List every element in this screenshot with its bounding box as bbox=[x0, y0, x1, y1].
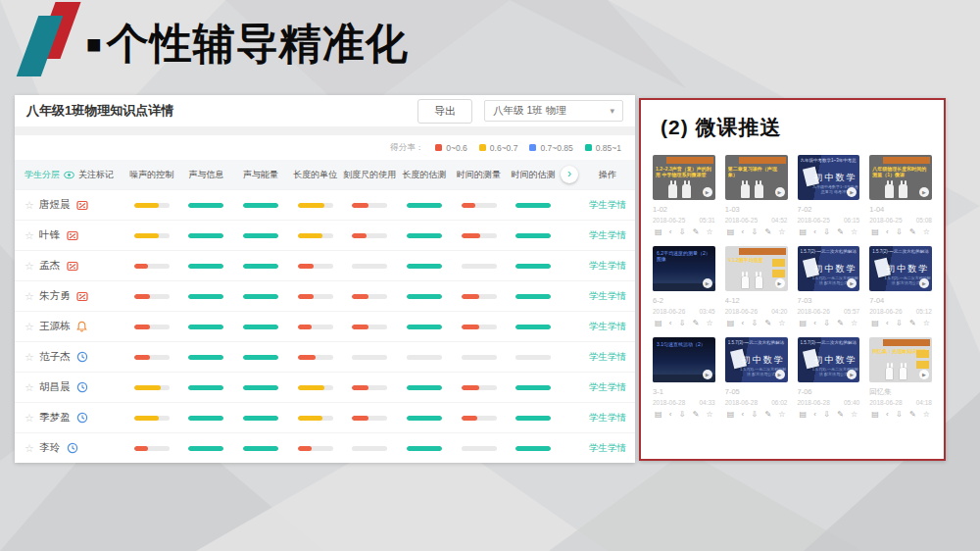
video-thumbnail[interactable]: 1.5.7(2)-一元二次方程的解法 配方法与公式法初中数学1.5.7(2)-一… bbox=[798, 246, 860, 291]
video-action-share-icon[interactable]: ‹ bbox=[742, 319, 745, 327]
video-action-favorite-icon[interactable]: ☆ bbox=[778, 319, 785, 327]
student-detail-link[interactable]: 学生学情 bbox=[580, 260, 635, 273]
video-card[interactable]: 1.5.7(3)-一元二次方程的解法 配方法与公式法初中数学1.5.7(3)-一… bbox=[725, 337, 788, 421]
video-action-download-icon[interactable]: ⇩ bbox=[823, 319, 830, 327]
video-action-favorite-icon[interactable]: ☆ bbox=[923, 227, 930, 236]
video-action-favorite-icon[interactable]: ☆ bbox=[707, 410, 713, 419]
video-card[interactable]: 6.2平均速度的测量（2）图像▶6-22018-06-2603:45▤‹⇩✎☆ bbox=[653, 246, 715, 329]
video-action-edit-icon[interactable]: ✎ bbox=[693, 227, 700, 236]
video-thumbnail[interactable]: 1.5.7(3)-一元二次方程的解法 配方法与公式法初中数学1.5.7(3)-一… bbox=[798, 337, 860, 382]
video-action-share-icon[interactable]: ‹ bbox=[742, 227, 745, 236]
video-card[interactable]: 3.1匀速直线运动（2）▶3-12018-06-2804:33▤‹⇩✎☆ bbox=[653, 337, 715, 421]
video-action-favorite-icon[interactable]: ☆ bbox=[851, 227, 858, 236]
video-action-edit-icon[interactable]: ✎ bbox=[837, 319, 844, 327]
video-action-menu-icon[interactable]: ▤ bbox=[655, 227, 662, 236]
video-action-edit-icon[interactable]: ✎ bbox=[837, 410, 844, 419]
video-action-menu-icon[interactable]: ▤ bbox=[800, 227, 808, 236]
video-action-download-icon[interactable]: ⇩ bbox=[679, 227, 686, 236]
star-icon[interactable]: ☆ bbox=[24, 229, 34, 242]
student-detail-link[interactable]: 学生学情 bbox=[580, 229, 635, 242]
video-action-edit-icon[interactable]: ✎ bbox=[909, 410, 916, 419]
video-action-share-icon[interactable]: ‹ bbox=[742, 410, 745, 419]
video-action-share-icon[interactable]: ‹ bbox=[813, 227, 816, 236]
video-thumbnail[interactable]: 第二章复习课件（声现象）▶ bbox=[725, 155, 788, 200]
video-action-favorite-icon[interactable]: ☆ bbox=[923, 319, 930, 327]
video-card[interactable]: 回忆集：光现象知识训练▶回忆集2018-06-2804:18▤‹⇩✎☆ bbox=[869, 337, 932, 421]
video-action-download-icon[interactable]: ⇩ bbox=[896, 410, 903, 419]
video-action-edit-icon[interactable]: ✎ bbox=[837, 227, 844, 236]
video-action-menu-icon[interactable]: ▤ bbox=[655, 319, 662, 327]
video-card[interactable]: 1.5.7(3)-一元二次方程的解法 配方法与公式法初中数学1.5.7(3)-一… bbox=[798, 337, 860, 421]
video-action-menu-icon[interactable]: ▤ bbox=[871, 227, 879, 236]
video-action-download-icon[interactable]: ⇩ bbox=[896, 227, 903, 236]
video-action-download-icon[interactable]: ⇩ bbox=[823, 410, 830, 419]
student-detail-link[interactable]: 学生学情 bbox=[580, 199, 635, 212]
video-action-edit-icon[interactable]: ✎ bbox=[764, 410, 771, 419]
video-thumbnail[interactable]: 1.5.7(2)-一元二次方程的解法 配方法与公式法初中数学1.5.7(2)-一… bbox=[869, 246, 932, 291]
next-columns-button[interactable]: › bbox=[561, 166, 578, 183]
video-action-share-icon[interactable]: ‹ bbox=[669, 410, 672, 419]
video-action-edit-icon[interactable]: ✎ bbox=[764, 319, 771, 327]
video-action-menu-icon[interactable]: ▤ bbox=[727, 319, 735, 327]
video-action-share-icon[interactable]: ‹ bbox=[669, 227, 672, 236]
video-action-favorite-icon[interactable]: ☆ bbox=[851, 410, 858, 419]
video-action-favorite-icon[interactable]: ☆ bbox=[778, 410, 785, 419]
video-action-download-icon[interactable]: ⇩ bbox=[751, 410, 758, 419]
class-filter-dropdown[interactable]: 八年级 1班 物理 ▾ bbox=[484, 100, 623, 122]
video-action-menu-icon[interactable]: ▤ bbox=[871, 319, 879, 327]
video-action-share-icon[interactable]: ‹ bbox=[886, 319, 889, 327]
play-icon[interactable]: ▶ bbox=[847, 278, 857, 288]
play-icon[interactable]: ▶ bbox=[775, 370, 785, 379]
video-action-menu-icon[interactable]: ▤ bbox=[800, 410, 808, 419]
video-thumbnail[interactable]: 6.2平均速度的测量（2）图像▶ bbox=[653, 246, 715, 291]
student-detail-link[interactable]: 学生学情 bbox=[580, 321, 635, 333]
star-icon[interactable]: ☆ bbox=[24, 351, 34, 364]
video-action-menu-icon[interactable]: ▤ bbox=[871, 410, 879, 419]
video-action-favorite-icon[interactable]: ☆ bbox=[778, 227, 785, 236]
play-icon[interactable]: ▶ bbox=[919, 278, 929, 288]
student-detail-link[interactable]: 学生学情 bbox=[580, 381, 635, 394]
video-action-favorite-icon[interactable]: ☆ bbox=[707, 227, 713, 236]
video-card[interactable]: 1.2~2.3声音（复）声的利用 中学物理系列微课堂▶1-022018-06-2… bbox=[653, 155, 715, 238]
star-icon[interactable]: ☆ bbox=[24, 412, 34, 425]
video-card[interactable]: 1.5.7(2)-一元二次方程的解法 配方法与公式法初中数学1.5.7(2)-一… bbox=[869, 246, 932, 329]
video-action-share-icon[interactable]: ‹ bbox=[886, 227, 889, 236]
video-action-menu-icon[interactable]: ▤ bbox=[727, 410, 735, 419]
student-detail-link[interactable]: 学生学情 bbox=[580, 442, 635, 455]
video-action-download-icon[interactable]: ⇩ bbox=[679, 410, 686, 419]
export-button[interactable]: 导出 bbox=[417, 99, 472, 124]
star-icon[interactable]: ☆ bbox=[24, 442, 34, 455]
video-action-download-icon[interactable]: ⇩ bbox=[751, 319, 758, 327]
video-action-download-icon[interactable]: ⇩ bbox=[751, 227, 758, 236]
video-action-favorite-icon[interactable]: ☆ bbox=[923, 410, 930, 419]
video-thumbnail[interactable]: 4.1.2测平均速度▶ bbox=[725, 246, 788, 291]
play-icon[interactable]: ▶ bbox=[703, 187, 712, 197]
video-action-edit-icon[interactable]: ✎ bbox=[693, 319, 700, 327]
play-icon[interactable]: ▶ bbox=[775, 278, 785, 288]
video-action-favorite-icon[interactable]: ☆ bbox=[707, 319, 713, 327]
video-action-share-icon[interactable]: ‹ bbox=[813, 410, 816, 419]
play-icon[interactable]: ▶ bbox=[775, 187, 785, 197]
student-detail-link[interactable]: 学生学情 bbox=[580, 290, 635, 303]
video-thumbnail[interactable]: 1.5.7(3)-一元二次方程的解法 配方法与公式法初中数学1.5.7(3)-一… bbox=[725, 337, 788, 382]
video-card[interactable]: 八年级物理长度和时间的测量（1）微课▶1-042018-06-2505:08▤‹… bbox=[869, 155, 932, 238]
video-action-share-icon[interactable]: ‹ bbox=[813, 319, 816, 327]
video-action-menu-icon[interactable]: ▤ bbox=[800, 319, 808, 327]
play-icon[interactable]: ▶ bbox=[703, 370, 712, 379]
video-thumbnail[interactable]: 1.2~2.3声音（复）声的利用 中学物理系列微课堂▶ bbox=[653, 155, 715, 200]
star-icon[interactable]: ☆ bbox=[24, 290, 34, 303]
student-detail-link[interactable]: 学生学情 bbox=[580, 351, 635, 364]
video-card[interactable]: 1.5.7(2)-一元二次方程的解法 配方法与公式法初中数学1.5.7(2)-一… bbox=[798, 246, 860, 329]
video-card[interactable]: 第二章复习课件（声现象）▶1-032018-06-2504:52▤‹⇩✎☆ bbox=[725, 155, 788, 238]
star-icon[interactable]: ☆ bbox=[24, 199, 34, 212]
video-action-menu-icon[interactable]: ▤ bbox=[727, 227, 735, 236]
play-icon[interactable]: ▶ bbox=[919, 370, 929, 379]
video-action-share-icon[interactable]: ‹ bbox=[669, 319, 672, 327]
play-icon[interactable]: ▶ bbox=[847, 187, 857, 197]
video-action-download-icon[interactable]: ⇩ bbox=[679, 319, 686, 327]
video-action-edit-icon[interactable]: ✎ bbox=[909, 319, 916, 327]
video-action-menu-icon[interactable]: ▤ bbox=[655, 410, 662, 419]
play-icon[interactable]: ▶ bbox=[919, 187, 929, 197]
star-icon[interactable]: ☆ bbox=[24, 321, 34, 333]
video-thumbnail[interactable]: 九年级中考数学1~3年中考总复习 临考冲刺初中数学九年级中考数学1~3年中考总复… bbox=[798, 155, 860, 200]
